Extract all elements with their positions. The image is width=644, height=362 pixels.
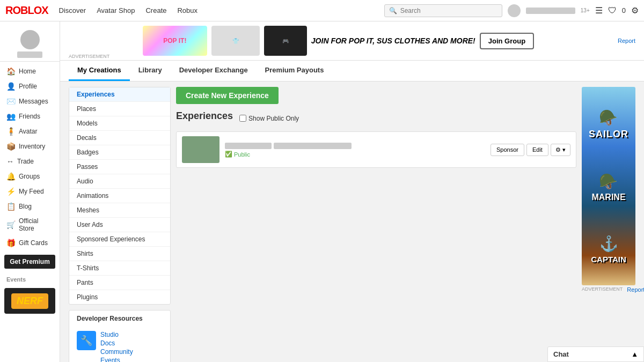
left-nav-item-experiences[interactable]: Experiences [69, 87, 170, 102]
left-nav: Experiences Places Models Decals Badges … [69, 87, 171, 362]
marine-text: MARINE [591, 193, 625, 202]
right-ad-image: 🪖 SAILOR 🪖 MARINE ⚓ CAPTAIN [582, 87, 635, 285]
sidebar: ██████ 🏠 Home 👤 Profile ✉️ Messages 👥 Fr… [0, 21, 60, 362]
sidebar-item-profile[interactable]: 👤 Profile [0, 79, 60, 94]
nav-link-discover[interactable]: Discover [59, 6, 86, 14]
search-input[interactable] [400, 7, 497, 14]
exp-actions: Sponsor Edit ⚙ ▾ [491, 144, 570, 156]
dev-link-docs[interactable]: Docs [100, 339, 133, 347]
left-nav-item-shirts[interactable]: Shirts [69, 247, 170, 261]
left-nav-item-passes[interactable]: Passes [69, 160, 170, 174]
left-nav-item-decals[interactable]: Decals [69, 131, 170, 145]
top-nav: ROBLOX Discover Avatar Shop Create Robux… [0, 0, 644, 21]
left-nav-item-user-ads[interactable]: User Ads [69, 218, 170, 232]
roblox-figure-sailor: 🪖 [599, 109, 618, 127]
left-nav-item-places[interactable]: Places [69, 102, 170, 116]
right-ad: 🪖 SAILOR 🪖 MARINE ⚓ CAPTAIN ADVERTISEMEN… [582, 87, 635, 362]
sidebar-item-trade[interactable]: ↔️ Trade [0, 154, 60, 169]
chat-chevron-icon: ▲ [631, 350, 638, 358]
edit-button[interactable]: Edit [526, 144, 548, 156]
left-nav-item-meshes[interactable]: Meshes [69, 203, 170, 218]
giftcard-icon: 🎁 [6, 239, 16, 247]
show-public-checkbox[interactable] [239, 115, 246, 122]
ad-text: JOIN FOR POP IT, SUS CLOTHES AND MORE! [311, 36, 475, 46]
experiences-header: Experiences Show Public Only [176, 110, 576, 126]
profile-icon: 👤 [6, 82, 16, 91]
show-public-text: Show Public Only [248, 115, 299, 122]
public-icon: ✅ [225, 151, 232, 158]
home-icon: 🏠 [6, 67, 16, 76]
roblox-figure-marine: 🪖 [599, 173, 618, 190]
search-bar: 🔍 [384, 4, 502, 17]
left-nav-item-sponsored[interactable]: Sponsored Experiences [69, 232, 170, 247]
events-label: Events [0, 273, 60, 286]
tab-premium-payouts[interactable]: Premium Payouts [257, 61, 333, 81]
left-nav-item-badges[interactable]: Badges [69, 145, 170, 160]
dev-icon: 🔧 [77, 331, 96, 350]
sidebar-item-blog[interactable]: 📋 Blog [0, 199, 60, 214]
dev-link-studio[interactable]: Studio [100, 331, 133, 338]
left-nav-section: Experiences Places Models Decals Badges … [69, 87, 171, 305]
sidebar-item-groups[interactable]: 🔔 Groups [0, 169, 60, 184]
events-banner[interactable]: NERF [4, 288, 55, 314]
join-group-button[interactable]: Join Group [480, 33, 534, 49]
ad-image-popit: POP IT! [143, 26, 207, 56]
exp-place[interactable]: Start Place: ██████'s Place [274, 143, 352, 149]
nav-chat-icon[interactable]: ☰ [595, 5, 603, 16]
nav-settings-icon[interactable]: ⚙ [631, 5, 639, 16]
sidebar-item-giftcards[interactable]: 🎁 Gift Cards [0, 235, 60, 250]
left-nav-item-tshirts[interactable]: T-Shirts [69, 261, 170, 276]
ad-report-link[interactable]: Report [618, 38, 635, 44]
sidebar-item-label: Official Store [19, 217, 53, 232]
sidebar-item-avatar[interactable]: 🧍 Avatar [0, 124, 60, 139]
sidebar-item-messages[interactable]: ✉️ Messages [0, 94, 60, 109]
sidebar-item-friends[interactable]: 👥 Friends [0, 109, 60, 124]
tab-developer-exchange[interactable]: Developer Exchange [171, 61, 257, 81]
dev-link-community[interactable]: Community [100, 348, 133, 356]
nav-avatar [508, 4, 521, 17]
right-ad-report[interactable]: Report [627, 286, 644, 293]
gear-button[interactable]: ⚙ ▾ [551, 144, 570, 156]
nav-shield-icon[interactable]: 🛡 [608, 6, 617, 16]
sidebar-item-inventory[interactable]: 📦 Inventory [0, 139, 60, 154]
trade-icon: ↔️ [6, 157, 14, 166]
create-new-experience-button[interactable]: Create New Experience [176, 87, 279, 104]
nav-links: Discover Avatar Shop Create Robux [59, 6, 384, 14]
sidebar-item-label: Avatar [19, 128, 37, 135]
dev-resources-header: Developer Resources [69, 311, 170, 327]
tab-my-creations[interactable]: My Creations [69, 61, 130, 81]
chat-bar[interactable]: Chat ▲ [547, 346, 644, 362]
left-nav-item-audio[interactable]: Audio [69, 174, 170, 189]
sidebar-item-feed[interactable]: ⚡ My Feed [0, 184, 60, 199]
tab-library[interactable]: Library [130, 61, 171, 81]
sponsor-button[interactable]: Sponsor [491, 144, 524, 156]
nav-username: @ ██████████ [526, 8, 575, 14]
dev-link-events[interactable]: Events [100, 357, 133, 362]
groups-icon: 🔔 [6, 172, 16, 181]
exp-public-status: ✅ Public [225, 151, 485, 158]
store-icon: 🛒 [6, 220, 16, 229]
nav-link-avatar-shop[interactable]: Avatar Shop [97, 6, 135, 14]
sidebar-item-home[interactable]: 🏠 Home [0, 64, 60, 79]
sidebar-item-store[interactable]: 🛒 Official Store [0, 214, 60, 235]
nav-link-create[interactable]: Create [145, 6, 166, 14]
left-nav-item-animations[interactable]: Animations [69, 189, 170, 203]
nav-link-robux[interactable]: Robux [177, 6, 197, 14]
creator-layout: Experiences Places Models Decals Badges … [60, 82, 644, 362]
ad-image-game: 🎮 [264, 26, 307, 56]
tabs-bar: My Creations Library Developer Exchange … [60, 61, 644, 82]
center-content: Create New Experience Experiences Show P… [176, 87, 576, 362]
avatar-icon: 🧍 [6, 127, 16, 136]
layout: ██████ 🏠 Home 👤 Profile ✉️ Messages 👥 Fr… [0, 21, 644, 362]
ad-content: POP IT! 👕 🎮 JOIN FOR POP IT, SUS CLOTHES… [69, 26, 608, 56]
exp-name[interactable]: ██████'s Place [225, 143, 272, 149]
sailor-text: SAILOR [589, 129, 628, 140]
exp-thumbnail [182, 136, 219, 163]
left-nav-item-models[interactable]: Models [69, 116, 170, 131]
get-premium-button[interactable]: Get Premium [4, 255, 55, 269]
nav-age: 13+ [581, 8, 590, 13]
ad-banner: POP IT! 👕 🎮 JOIN FOR POP IT, SUS CLOTHES… [60, 21, 644, 61]
left-nav-item-pants[interactable]: Pants [69, 276, 170, 290]
left-nav-item-plugins[interactable]: Plugins [69, 290, 170, 304]
sidebar-item-label: My Feed [19, 188, 44, 195]
